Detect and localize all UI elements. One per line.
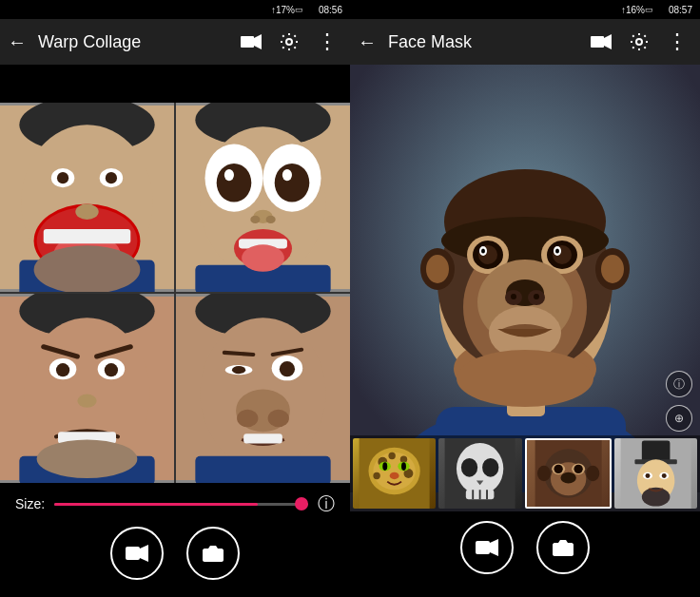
info-icon-left[interactable]: ⓘ (318, 492, 335, 515)
svg-marker-65 (604, 34, 612, 49)
left-more-icon[interactable]: ⋮ (312, 27, 342, 57)
face-mask-svg (350, 65, 700, 492)
right-more-icon[interactable]: ⋮ (662, 27, 692, 57)
left-video-icon[interactable] (236, 27, 266, 57)
svg-marker-1 (254, 34, 262, 49)
svg-rect-49 (195, 456, 330, 483)
svg-point-32 (266, 216, 276, 223)
svg-rect-14 (44, 229, 131, 243)
svg-point-15 (75, 204, 98, 220)
svg-point-97 (601, 255, 624, 283)
svg-point-108 (382, 462, 387, 471)
size-row: Size: ⓘ (15, 492, 335, 515)
svg-point-23 (224, 169, 234, 181)
svg-point-31 (250, 216, 260, 223)
camera-buttons-right (365, 521, 685, 582)
svg-point-66 (636, 39, 642, 45)
left-bottom-controls: Size: ⓘ (0, 483, 350, 597)
right-status-bar: ↑ 16% ▭ 08:57 (350, 0, 700, 19)
add-button-right[interactable]: ⊕ (666, 405, 692, 432)
thumbnail-strip (350, 435, 700, 511)
right-toolbar: ← Face Mask ⋮ (350, 19, 700, 65)
svg-point-127 (560, 472, 575, 484)
size-label: Size: (15, 496, 45, 511)
svg-point-76 (441, 217, 609, 264)
svg-point-104 (373, 472, 379, 479)
left-panel: ↑ 17% ▭ 08:56 ← Warp Collage ⋮ (0, 0, 350, 597)
right-back-button[interactable]: ← (358, 31, 377, 53)
svg-point-124 (554, 465, 562, 473)
right-battery: 16% (626, 5, 645, 15)
svg-point-43 (77, 395, 96, 408)
thumb-lincoln[interactable] (614, 438, 697, 509)
svg-point-26 (282, 169, 292, 181)
thumb-monkey[interactable] (525, 438, 612, 509)
svg-point-10 (106, 172, 117, 183)
svg-point-91 (511, 294, 516, 299)
left-black-spacer (0, 65, 350, 103)
right-settings-icon[interactable] (624, 27, 654, 57)
svg-rect-0 (241, 36, 254, 48)
svg-point-137 (662, 473, 667, 478)
svg-point-2 (286, 39, 292, 45)
left-app-title: Warp Collage (34, 32, 228, 52)
svg-point-25 (275, 164, 310, 202)
svg-point-8 (57, 172, 68, 183)
right-panel: ↑ 16% ▭ 08:57 ← Face Mask ⋮ (350, 0, 700, 597)
svg-point-128 (536, 466, 550, 481)
thumb-skull[interactable] (438, 438, 521, 509)
face-mask-main: ⓘ ⊕ (350, 65, 700, 511)
svg-point-129 (586, 466, 599, 481)
thumb-leopard[interactable] (353, 438, 436, 509)
left-settings-icon[interactable] (274, 27, 304, 57)
right-video-icon[interactable] (586, 27, 616, 57)
left-toolbar: ← Warp Collage ⋮ (0, 19, 350, 65)
svg-point-111 (390, 472, 399, 479)
left-battery: 17% (276, 5, 295, 15)
left-battery-icon: ▭ (295, 5, 303, 14)
left-status-bar: ↑ 17% ▭ 08:56 (0, 0, 350, 19)
svg-rect-60 (126, 547, 140, 560)
photo-capture-button-right[interactable] (536, 521, 590, 574)
collage-cell-bl[interactable] (0, 294, 174, 483)
video-record-button-right[interactable] (460, 521, 514, 574)
svg-point-29 (242, 244, 284, 271)
camera-buttons-left (15, 527, 335, 587)
svg-marker-140 (490, 539, 498, 556)
size-slider[interactable] (54, 503, 308, 506)
svg-point-16 (34, 245, 141, 292)
svg-point-81 (481, 249, 485, 254)
video-record-button-left[interactable] (110, 527, 164, 580)
svg-rect-131 (642, 440, 671, 461)
collage-cell-br[interactable] (176, 294, 350, 483)
svg-point-53 (232, 366, 245, 374)
svg-point-58 (268, 410, 289, 427)
photo-capture-button-left[interactable] (186, 527, 240, 580)
slider-thumb (295, 497, 308, 510)
svg-point-95 (426, 255, 449, 283)
slider-fill (54, 503, 258, 506)
svg-rect-64 (591, 36, 604, 48)
info-button-right[interactable]: ⓘ (666, 371, 692, 397)
svg-point-57 (237, 410, 258, 427)
left-back-button[interactable]: ← (8, 31, 27, 53)
svg-point-135 (645, 473, 650, 478)
svg-point-115 (482, 458, 498, 477)
svg-point-55 (280, 361, 295, 376)
svg-rect-139 (476, 541, 490, 554)
collage-cell-tr[interactable] (176, 103, 350, 292)
right-bottom-controls (350, 511, 700, 597)
svg-point-86 (555, 249, 559, 254)
svg-point-110 (401, 462, 406, 471)
right-app-title: Face Mask (384, 32, 578, 52)
svg-point-22 (217, 164, 252, 202)
svg-marker-61 (140, 545, 148, 562)
svg-point-106 (388, 453, 395, 459)
svg-rect-59 (243, 433, 282, 443)
svg-point-126 (574, 465, 582, 473)
svg-point-114 (461, 458, 477, 477)
collage-cell-tl[interactable] (0, 103, 174, 292)
svg-point-98 (457, 350, 593, 407)
svg-point-92 (534, 294, 539, 299)
svg-point-40 (56, 363, 69, 376)
